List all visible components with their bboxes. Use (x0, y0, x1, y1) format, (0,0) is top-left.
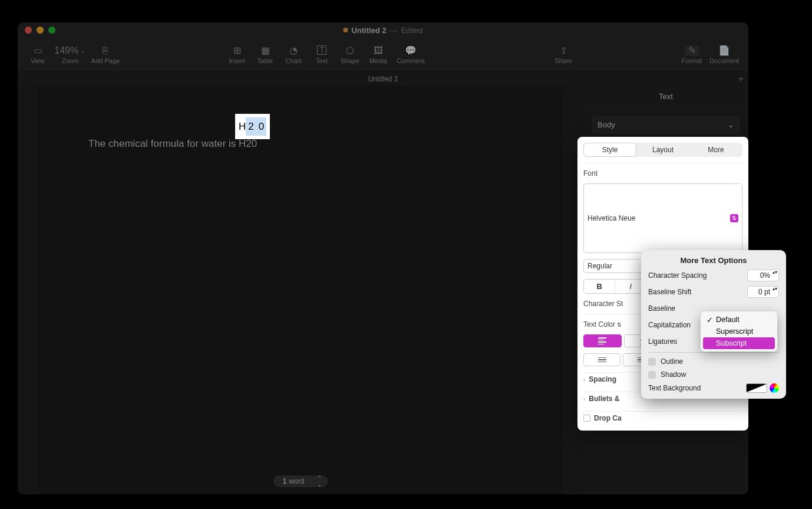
table-button[interactable]: ▦Table (251, 45, 279, 64)
word-count-label: word (289, 477, 304, 485)
chart-button[interactable]: ◔Chart (279, 45, 308, 64)
window-controls (25, 27, 55, 34)
minimize-icon[interactable] (37, 27, 44, 34)
view-label: View (31, 57, 45, 64)
text-button[interactable]: 🅃Text (308, 45, 336, 64)
align-left-button[interactable] (583, 334, 622, 347)
document-text[interactable]: The chemical formula for water is H20 (88, 138, 257, 150)
baseline-shift-input[interactable]: 0 pt▴▾ (747, 286, 779, 298)
titlebar: Untitled 2 — Edited (18, 22, 748, 38)
chevron-down-icon: ⌄ (728, 120, 734, 129)
add-page-label: Add Page (91, 57, 120, 64)
insert-button[interactable]: ⊞Insert (223, 45, 251, 64)
title-text: Untitled 2 (351, 26, 386, 35)
baseline-option-superscript[interactable]: Superscript (703, 326, 775, 337)
word-count[interactable]: 1 word ⌃⌄ (273, 475, 328, 487)
text-background-label: Text Background (648, 384, 701, 392)
media-icon: 🖼 (374, 45, 383, 56)
shadow-checkbox[interactable] (648, 371, 656, 379)
dropcap-checkbox[interactable] (583, 415, 590, 422)
segment-more[interactable]: More (689, 143, 742, 157)
toolbar: ▭ View 149%⌄ Zoom ⎘ Add Page ⊞Insert ▦Ta… (18, 38, 748, 72)
bold-button[interactable]: B (584, 280, 615, 293)
text-prefix[interactable]: The chemical formula for water is (88, 138, 239, 149)
zoom-label: Zoom (62, 57, 78, 64)
baseline-shift-label: Baseline Shift (648, 288, 691, 296)
text-icon: 🅃 (317, 45, 326, 56)
edited-label: Edited (401, 26, 423, 35)
comment-icon: 💬 (405, 45, 417, 56)
outdent-button[interactable] (583, 353, 620, 366)
close-icon[interactable] (25, 27, 32, 34)
format-icon: ✎ (685, 45, 699, 56)
format-button[interactable]: ✎Format (678, 45, 706, 64)
paragraph-style-select[interactable]: Body ⌄ (592, 116, 740, 134)
add-page-button[interactable]: ⎘ Add Page (88, 45, 123, 64)
share-icon: ⇪ (560, 45, 567, 56)
zoom-button[interactable]: 149%⌄ Zoom (52, 45, 88, 64)
title-separator: — (390, 26, 398, 35)
popover-title: More Text Options (648, 256, 779, 265)
inspector-segments[interactable]: Style Layout More (583, 143, 742, 157)
zoom-value: 149%⌄ (55, 45, 86, 56)
share-button[interactable]: ⇪Share (549, 45, 577, 64)
dropcap-row[interactable]: Drop Ca (583, 411, 742, 425)
document-tabs: Untitled 2 + (18, 72, 748, 86)
font-family-select[interactable]: Helvetica Neue⇅ (583, 183, 742, 253)
capitalization-label: Capitalization (648, 321, 691, 329)
shape-icon: ⬠ (346, 45, 354, 56)
baseline-option-default[interactable]: ✓Default (703, 314, 775, 326)
page[interactable]: The chemical formula for water is H20 (38, 86, 563, 494)
segment-style[interactable]: Style (583, 143, 636, 157)
selection-highlight: H20 (235, 121, 270, 133)
font-label: Font (583, 169, 742, 178)
modified-indicator-icon (343, 28, 348, 32)
text-background-color[interactable] (746, 383, 779, 393)
baseline-option-subscript[interactable]: Subscript (703, 337, 775, 349)
shadow-label: Shadow (661, 370, 686, 379)
stepper-icon[interactable]: ▴▾ (773, 270, 777, 275)
baseline-label: Baseline (648, 304, 675, 313)
shape-button[interactable]: ⬠Shape (336, 45, 364, 64)
table-icon: ▦ (261, 45, 270, 56)
sidebar-icon: ▭ (34, 45, 42, 56)
add-page-icon: ⎘ (103, 45, 108, 56)
segment-layout[interactable]: Layout (636, 143, 689, 157)
character-spacing-label: Character Spacing (648, 271, 707, 280)
outline-label: Outline (661, 357, 683, 366)
stepper-icon: ⌃⌄ (317, 475, 322, 488)
document-button[interactable]: 📄Document (706, 45, 742, 64)
zoom-window-icon[interactable] (48, 27, 55, 34)
character-spacing-input[interactable]: 0%▴▾ (747, 270, 779, 281)
color-picker-icon[interactable] (770, 383, 779, 393)
insert-icon: ⊞ (233, 45, 241, 56)
outline-checkbox[interactable] (648, 358, 656, 366)
word-count-number: 1 (283, 477, 287, 485)
document-icon: 📄 (718, 45, 730, 56)
text-color-label: Text Color ⇅ (583, 320, 622, 329)
baseline-menu[interactable]: ✓Default Superscript Subscript (701, 311, 777, 352)
stepper-icon[interactable]: ▴▾ (773, 287, 777, 291)
document-canvas[interactable]: The chemical formula for water is H20 1 … (18, 86, 583, 494)
comment-button[interactable]: 💬Comment (392, 45, 429, 64)
new-tab-button[interactable]: + (738, 74, 744, 84)
color-well[interactable] (746, 383, 767, 393)
inspector-tab-text[interactable]: Text (583, 86, 748, 107)
chart-icon: ◔ (289, 45, 298, 56)
window-title: Untitled 2 — Edited (343, 26, 422, 35)
view-button[interactable]: ▭ View (24, 45, 52, 64)
ligatures-label: Ligatures (648, 337, 677, 346)
paragraph-style-label: Body (598, 120, 615, 129)
chevron-updown-icon: ⇅ (730, 214, 738, 222)
tab-title[interactable]: Untitled 2 (368, 75, 398, 83)
media-button[interactable]: 🖼Media (364, 45, 392, 64)
